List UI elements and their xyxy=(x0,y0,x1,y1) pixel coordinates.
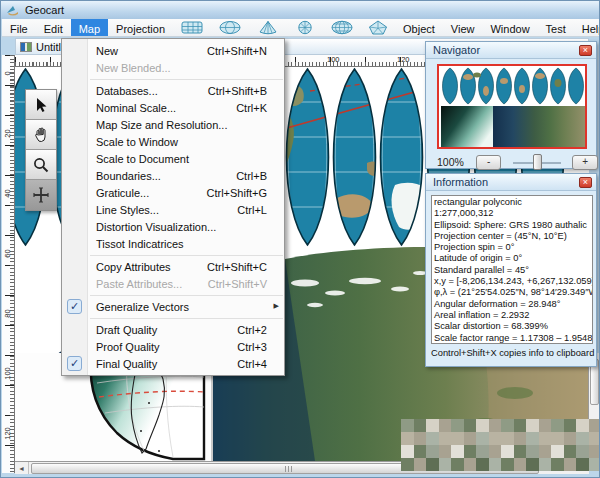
mosaic-cell xyxy=(514,419,527,432)
censored-region xyxy=(401,419,600,471)
geocart-window: Geocart File Edit Map Projection Object … xyxy=(0,0,600,478)
info-line: Scalar distortion = 68.399% xyxy=(434,321,590,332)
zoom-in-button[interactable]: + xyxy=(572,155,598,170)
mosaic-cell xyxy=(439,458,452,471)
mosaic-cell xyxy=(414,458,427,471)
document-icon xyxy=(20,42,32,52)
menu-item-proof-quality[interactable]: Proof QualityCtrl+3 xyxy=(62,338,284,355)
zoom-out-button[interactable]: - xyxy=(476,155,502,170)
menu-item-map-size-resolution[interactable]: Map Size and Resolution... xyxy=(62,116,284,133)
rectangular-grid-projection-icon[interactable] xyxy=(173,19,211,36)
menu-item-boundaries[interactable]: Boundaries...Ctrl+B xyxy=(62,167,284,184)
menu-window[interactable]: Window xyxy=(482,19,537,36)
info-line: Scale factor range = 1.17308 – 1.954894 xyxy=(434,333,590,344)
navigator-controls: 100% - + xyxy=(426,154,598,170)
arrow-tool-button[interactable] xyxy=(26,90,56,120)
ruler-label: 100 xyxy=(327,55,340,64)
info-line: Standard parallel = 45° xyxy=(434,265,590,276)
mosaic-cell xyxy=(464,458,477,471)
information-titlebar[interactable]: Information × xyxy=(426,174,596,191)
menu-test[interactable]: Test xyxy=(538,19,574,36)
scroll-left-icon[interactable]: ◄ xyxy=(15,462,29,474)
mosaic-cell xyxy=(564,458,577,471)
mosaic-cell xyxy=(551,419,564,432)
mosaic-cell xyxy=(489,445,502,458)
vertical-ruler: 0 20 40 60 80 100 120 xyxy=(2,55,15,473)
mosaic-cell xyxy=(576,432,589,445)
menu-item-generalize-vectors[interactable]: ✓Generalize Vectors▶ xyxy=(62,298,284,315)
close-icon[interactable]: × xyxy=(579,177,592,188)
menu-item-scale-to-document[interactable]: Scale to Document xyxy=(62,150,284,167)
menu-item-databases[interactable]: Databases...Ctrl+Shift+B xyxy=(62,82,284,99)
menu-item-copy-attributes[interactable]: Copy AttributesCtrl+Shift+C xyxy=(62,258,284,275)
menu-object[interactable]: Object xyxy=(395,19,443,36)
globe-graticule-projection-icon[interactable] xyxy=(323,19,361,36)
menu-item-tissot-indicatrices[interactable]: Tissot Indicatrices xyxy=(62,235,284,252)
menu-item-paste-attributes[interactable]: Paste Attributes...Ctrl+Shift+V xyxy=(62,275,284,292)
ruler-label: 100 xyxy=(3,367,12,381)
azimuthal-projection-icon[interactable] xyxy=(287,19,323,36)
menu-view[interactable]: View xyxy=(443,19,483,36)
navigator-thumbnail[interactable] xyxy=(437,64,587,149)
mosaic-cell xyxy=(414,432,427,445)
mosaic-cell xyxy=(551,445,564,458)
ruler-label: 60 xyxy=(3,247,12,261)
hand-tool-button[interactable] xyxy=(26,120,56,150)
mosaic-cell xyxy=(489,419,502,432)
mosaic-cell xyxy=(464,445,477,458)
menu-item-scale-to-window[interactable]: Scale to Window xyxy=(62,133,284,150)
hand-icon xyxy=(32,126,50,144)
menu-separator xyxy=(90,318,283,319)
menu-help[interactable]: Help xyxy=(574,19,600,36)
menu-bar: File Edit Map Projection Object View Win… xyxy=(2,19,600,37)
mosaic-cell xyxy=(401,445,414,458)
mosaic-cell xyxy=(439,419,452,432)
mosaic-cell xyxy=(526,432,539,445)
mosaic-cell xyxy=(489,432,502,445)
menu-map[interactable]: Map xyxy=(71,19,108,36)
mosaic-cell xyxy=(476,419,489,432)
mosaic-cell xyxy=(451,432,464,445)
zoom-tool-button[interactable] xyxy=(26,150,56,180)
window-titlebar[interactable]: Geocart xyxy=(1,1,600,19)
mosaic-cell xyxy=(451,445,464,458)
mosaic-cell xyxy=(426,445,439,458)
navigator-titlebar[interactable]: Navigator × xyxy=(426,42,596,59)
info-line: Angular deformation = 28.948° xyxy=(434,299,590,310)
mosaic-cell xyxy=(439,445,452,458)
ruler-label: 0 xyxy=(3,67,12,81)
menu-projection[interactable]: Projection xyxy=(108,19,173,36)
mosaic-cell xyxy=(439,432,452,445)
mosaic-cell xyxy=(489,458,502,471)
mosaic-cell xyxy=(526,419,539,432)
mosaic-cell xyxy=(501,458,514,471)
mosaic-cell xyxy=(401,419,414,432)
mosaic-cell xyxy=(564,419,577,432)
menu-item-nominal-scale[interactable]: Nominal Scale...Ctrl+K xyxy=(62,99,284,116)
menu-file[interactable]: File xyxy=(2,19,36,36)
close-icon[interactable]: × xyxy=(579,45,592,56)
menu-item-draft-quality[interactable]: Draft QualityCtrl+2 xyxy=(62,321,284,338)
menu-item-final-quality[interactable]: ✓Final QualityCtrl+4 xyxy=(62,355,284,372)
zoom-slider-thumb[interactable] xyxy=(533,154,542,170)
navigator-mini-distortion-map xyxy=(441,106,493,147)
mosaic-cell xyxy=(539,419,552,432)
crosshair-tool-button[interactable] xyxy=(26,180,56,210)
tool-palette xyxy=(25,89,57,211)
oval-projection-icon[interactable] xyxy=(211,19,249,36)
menu-item-distortion-visualization[interactable]: Distortion Visualization... xyxy=(62,218,284,235)
geocart-app-icon xyxy=(6,4,20,16)
mosaic-cell xyxy=(526,458,539,471)
menu-edit[interactable]: Edit xyxy=(36,19,71,36)
polyhedral-projection-icon[interactable] xyxy=(361,19,395,36)
menu-item-graticule[interactable]: Graticule...Ctrl+Shift+G xyxy=(62,184,284,201)
mosaic-cell xyxy=(501,445,514,458)
zoom-slider[interactable] xyxy=(513,154,560,170)
conic-projection-icon[interactable] xyxy=(249,19,287,36)
mosaic-cell xyxy=(464,419,477,432)
scrollbar-grip xyxy=(285,466,293,472)
mosaic-cell xyxy=(539,458,552,471)
menu-item-new[interactable]: NewCtrl+Shift+N xyxy=(62,42,284,59)
menu-item-line-styles[interactable]: Line Styles...Ctrl+L xyxy=(62,201,284,218)
menu-item-new-blended[interactable]: New Blended... xyxy=(62,59,284,76)
